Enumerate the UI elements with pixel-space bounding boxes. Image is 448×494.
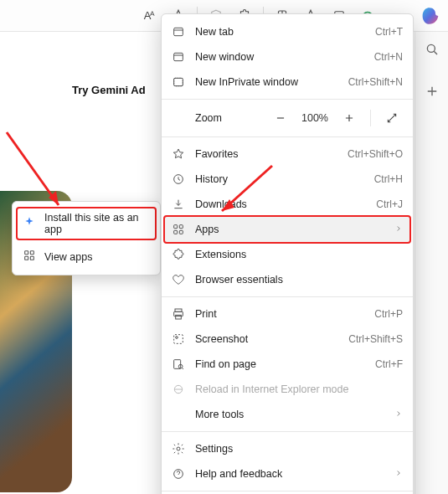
menu-new-tab[interactable]: New tab Ctrl+T xyxy=(162,19,413,44)
view-apps-item[interactable]: View apps xyxy=(13,242,160,271)
shortcut: Ctrl+J xyxy=(376,198,403,210)
shortcut: Ctrl+H xyxy=(374,173,403,185)
menu-find[interactable]: Find on page Ctrl+F xyxy=(162,352,413,377)
label: More tools xyxy=(195,409,384,420)
install-label: Install this site as an app xyxy=(44,212,150,235)
chevron-right-icon xyxy=(394,468,403,480)
overflow-menu: New tab Ctrl+T New window Ctrl+N New InP… xyxy=(161,13,414,494)
label: History xyxy=(195,173,364,185)
extensions-icon xyxy=(172,248,185,261)
gemini-ad-text: Try Gemini Ad xyxy=(72,84,146,96)
svg-rect-8 xyxy=(30,251,33,255)
svg-rect-18 xyxy=(174,230,178,234)
svg-rect-7 xyxy=(25,251,28,255)
menu-history[interactable]: History Ctrl+H xyxy=(162,167,413,192)
shortcut: Ctrl+Shift+O xyxy=(348,148,403,160)
separator xyxy=(162,431,413,432)
svg-rect-9 xyxy=(25,256,28,260)
zoom-out-button[interactable] xyxy=(270,107,291,129)
svg-point-6 xyxy=(427,44,435,52)
right-sidebar xyxy=(415,32,448,494)
label: Settings xyxy=(195,443,403,455)
chevron-right-icon xyxy=(394,409,403,420)
read-aloud-button[interactable]: Aᴬ xyxy=(136,4,162,28)
shortcut: Ctrl+P xyxy=(374,308,403,320)
inprivate-icon xyxy=(172,75,185,89)
menu-more-tools[interactable]: More tools xyxy=(162,402,413,427)
shortcut: Ctrl+T xyxy=(375,26,403,38)
fullscreen-button[interactable] xyxy=(381,107,403,129)
shortcut: Ctrl+Shift+N xyxy=(348,76,403,88)
svg-rect-11 xyxy=(174,28,183,35)
label: Help and feedback xyxy=(195,468,384,480)
svg-rect-22 xyxy=(176,315,182,319)
menu-settings[interactable]: Settings xyxy=(162,436,413,461)
separator xyxy=(162,99,413,100)
separator xyxy=(162,491,413,491)
svg-rect-23 xyxy=(174,335,183,344)
gear-icon xyxy=(172,442,185,455)
chevron-right-icon xyxy=(394,224,403,235)
svg-point-28 xyxy=(177,447,180,450)
label: Apps xyxy=(195,224,384,235)
menu-downloads[interactable]: Downloads Ctrl+J xyxy=(162,192,413,217)
label: Screenshot xyxy=(195,333,338,345)
menu-extensions[interactable]: Extensions xyxy=(162,242,413,267)
menu-screenshot[interactable]: Screenshot Ctrl+Shift+S xyxy=(162,327,413,352)
zoom-value: 100% xyxy=(301,112,328,124)
menu-browser-essentials[interactable]: Browser essentials xyxy=(162,267,413,292)
svg-rect-13 xyxy=(174,78,183,85)
svg-rect-25 xyxy=(174,360,181,369)
apps-grid-icon xyxy=(23,249,36,265)
new-window-icon xyxy=(172,50,185,64)
download-icon xyxy=(172,198,185,211)
shortcut: Ctrl+Shift+S xyxy=(348,333,403,345)
heart-pulse-icon xyxy=(172,273,185,286)
shortcut: Ctrl+N xyxy=(374,51,403,63)
label: New InPrivate window xyxy=(195,76,338,88)
separator xyxy=(162,296,413,297)
separator xyxy=(162,136,413,137)
menu-favorites[interactable]: Favorites Ctrl+Shift+O xyxy=(162,142,413,167)
label: Reload in Internet Explorer mode xyxy=(195,383,403,395)
svg-rect-12 xyxy=(174,53,183,60)
print-icon xyxy=(172,307,185,321)
label: New tab xyxy=(195,26,365,38)
sparkle-icon xyxy=(23,216,36,232)
menu-zoom: Zoom 100% xyxy=(162,104,413,132)
label: Browser essentials xyxy=(195,274,403,286)
label: Find on page xyxy=(195,358,365,370)
search-icon[interactable] xyxy=(425,42,440,60)
svg-rect-16 xyxy=(174,225,178,229)
apps-submenu: Install this site as an app View apps xyxy=(12,201,161,275)
menu-help[interactable]: Help and feedback xyxy=(162,461,413,486)
svg-rect-19 xyxy=(179,230,183,234)
svg-rect-14 xyxy=(174,78,183,85)
label: Extensions xyxy=(195,249,403,260)
menu-new-inprivate[interactable]: New InPrivate window Ctrl+Shift+N xyxy=(162,69,413,95)
history-icon xyxy=(172,172,185,186)
divider xyxy=(370,110,371,126)
label: Favorites xyxy=(195,148,337,160)
star-icon xyxy=(172,147,185,161)
menu-reload-ie: Reload in Internet Explorer mode xyxy=(162,377,413,402)
svg-rect-17 xyxy=(179,225,183,229)
copilot-icon[interactable] xyxy=(420,3,445,28)
plus-icon[interactable] xyxy=(425,84,440,102)
menu-print[interactable]: Print Ctrl+P xyxy=(162,301,413,327)
install-site-as-app-item[interactable]: Install this site as an app xyxy=(16,207,157,240)
screenshot-icon xyxy=(172,332,185,346)
apps-icon xyxy=(172,223,185,236)
help-icon xyxy=(172,467,185,481)
svg-rect-10 xyxy=(30,256,33,260)
zoom-label: Zoom xyxy=(195,112,263,124)
ie-icon xyxy=(172,383,185,396)
find-icon xyxy=(172,358,185,371)
zoom-in-button[interactable] xyxy=(338,107,360,129)
label: Print xyxy=(195,308,364,320)
shortcut: Ctrl+F xyxy=(375,358,403,370)
label: New window xyxy=(195,51,364,63)
menu-new-window[interactable]: New window Ctrl+N xyxy=(162,44,413,69)
menu-apps[interactable]: Apps xyxy=(165,217,409,242)
label: Downloads xyxy=(195,198,366,210)
